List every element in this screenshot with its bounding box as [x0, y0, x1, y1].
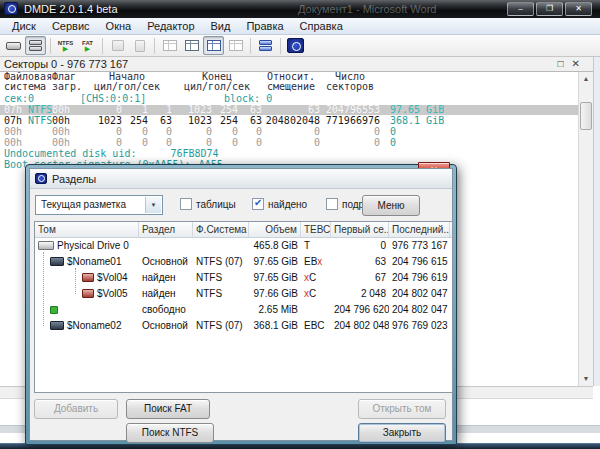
scroll-up-icon[interactable]: ▲: [579, 72, 593, 86]
sector-table-header-1: Файловая Флаг Начало Конец Относит. Числ…: [0, 72, 578, 82]
column-first-sector[interactable]: Первый се...: [331, 222, 389, 237]
select-drive-button[interactable]: [25, 36, 46, 55]
add-button[interactable]: Добавить: [34, 399, 118, 419]
column-tebc[interactable]: ТЕВС: [301, 222, 331, 237]
close-button[interactable]: ✕: [565, 2, 592, 16]
search-ntfs-button[interactable]: NTFS▶: [55, 36, 76, 55]
partition-row[interactable]: $Noname02 Основной NTFS (07) 368.1 GiB E…: [35, 318, 452, 334]
partitions-dialog: ✕ Разделы Текущая разметка ▼ ✔ таблицы ✔…: [25, 164, 457, 445]
free-space-row[interactable]: свободно 2.65 MiB 204 796 620 204 802 04…: [35, 302, 452, 318]
edit-table-icon: [229, 40, 243, 51]
search-fat-button[interactable]: FAT▶: [77, 36, 98, 55]
maximize-button[interactable]: ❐: [536, 2, 563, 16]
panel-close-button[interactable]: ✕: [572, 58, 580, 69]
layout-dropdown[interactable]: Текущая разметка ▼: [35, 195, 163, 215]
found-checkbox-group: ✔ найдено: [252, 198, 307, 210]
fat-search-icon: FAT▶: [82, 40, 93, 51]
found-checkbox[interactable]: ✔: [252, 198, 264, 210]
menu-edit[interactable]: Правка: [238, 19, 291, 33]
dmde-dialog-icon: [35, 173, 47, 184]
mbr-entry-row[interactable]: 07h NTFS 00h 102325463 102325463 2048020…: [0, 116, 578, 126]
volume-row[interactable]: $Vol04 найден NTFS 97.65 GiB xC 67 204 7…: [35, 270, 452, 286]
edit-view-button[interactable]: [225, 36, 246, 55]
ntfs-search-icon: NTFS▶: [58, 40, 74, 51]
window-right-edge: [593, 57, 600, 386]
menu-editor[interactable]: Редактор: [139, 19, 202, 33]
partitions-table-icon: [163, 40, 177, 51]
recover-button[interactable]: [129, 36, 150, 55]
hard-drive-icon: [38, 241, 54, 250]
sector-table-header-2: система загр. цил/гол/сек цил/гол/сек см…: [0, 82, 578, 92]
found-volume-icon: [82, 273, 94, 282]
toolbar-separator: [154, 38, 155, 54]
dialog-title: Разделы: [52, 173, 96, 185]
recover-icon: [135, 40, 145, 52]
partition-icon: [50, 321, 64, 330]
menubar: Диск Сервис Окна Редактор Вид Правка Спр…: [0, 18, 600, 35]
blue-drives-icon: [259, 39, 272, 52]
column-size[interactable]: Объем: [249, 222, 301, 237]
dialog-titlebar: Разделы: [30, 169, 452, 189]
menu-button[interactable]: Меню: [362, 195, 420, 216]
volumes-table: Том Раздел Ф.Система Объем ТЕВС Первый с…: [34, 221, 453, 393]
open-disk-button[interactable]: [3, 36, 24, 55]
open-volume-icon: [112, 40, 124, 51]
close-dialog-button[interactable]: Закрыть: [358, 423, 446, 443]
sectors-grid-icon: [207, 40, 221, 51]
sectors-view-button[interactable]: [203, 36, 224, 55]
toolbar-separator: [50, 38, 51, 54]
tables-checkbox[interactable]: ✔: [180, 198, 192, 210]
about-dmde-button[interactable]: [285, 36, 306, 55]
minimize-button[interactable]: –: [507, 2, 534, 16]
mbr-entry-row[interactable]: 00h 00h 000 000 0 0 0: [0, 138, 578, 148]
volume-row[interactable]: $Vol05 найден NTFS 97.66 GiB xC 2 048 20…: [35, 286, 452, 302]
search-ntfs-button[interactable]: Поиск NTFS: [126, 423, 214, 443]
disk-icon: [6, 42, 21, 50]
partitions-view-button[interactable]: [159, 36, 180, 55]
titlebar: DMDE 2.0.1.4 beta Документ1 - Microsoft …: [0, 0, 600, 18]
mbr-entry-row[interactable]: 07h NTFS 80h 011 102325463 63 204796553 …: [0, 105, 578, 115]
files-view-button[interactable]: [181, 36, 202, 55]
column-partition[interactable]: Раздел: [139, 222, 193, 237]
screen: DMDE 2.0.1.4 beta Документ1 - Microsoft …: [0, 0, 600, 449]
menu-disk[interactable]: Диск: [4, 19, 44, 33]
menu-view[interactable]: Вид: [203, 19, 239, 33]
menu-help[interactable]: Справка: [292, 19, 351, 33]
search-fat-button[interactable]: Поиск FAT: [126, 399, 210, 419]
dmde-logo-icon: [287, 38, 304, 53]
menu-windows[interactable]: Окна: [98, 19, 140, 33]
partition-row[interactable]: $Noname01 Основной NTFS (07) 97.65 GiB E…: [35, 254, 452, 270]
toolbar: NTFS▶ FAT▶: [0, 35, 600, 57]
column-filesystem[interactable]: Ф.Система: [193, 222, 249, 237]
dmde-app-icon: [4, 2, 18, 15]
partition-icon: [50, 257, 64, 266]
window-controls: – ❐ ✕: [507, 2, 592, 16]
sector-panel-caption: Секторы 0 - 976 773 167: [0, 57, 600, 72]
menu-service[interactable]: Сервис: [44, 19, 98, 33]
tables-checkbox-group: ✔ таблицы: [180, 198, 236, 210]
open-volume-button[interactable]: Открыть том: [358, 399, 446, 419]
mbr-entry-row[interactable]: 00h 00h 000 000 0 0 0: [0, 127, 578, 137]
disks-manager-button[interactable]: [255, 36, 276, 55]
scroll-down-icon[interactable]: ▼: [579, 372, 593, 386]
sector-position-row: сек:0 [CHS:0:0:1] block: 0: [0, 94, 578, 105]
scrollbar-thumb[interactable]: [580, 102, 592, 130]
toolbar-separator: [280, 38, 281, 54]
open-volume-button[interactable]: [107, 36, 128, 55]
column-volume[interactable]: Том: [35, 222, 139, 237]
panel-maximize-button[interactable]: □: [558, 58, 564, 69]
window-title: DMDE 2.0.1.4 beta: [24, 3, 118, 15]
toolbar-separator: [250, 38, 251, 54]
free-space-icon: [50, 306, 58, 314]
found-volume-icon: [82, 289, 94, 298]
dropdown-arrow-icon[interactable]: ▼: [145, 197, 161, 213]
physical-drive-row[interactable]: Physical Drive 0 465.8 GiB T 0 976 773 1…: [35, 238, 452, 254]
volumes-table-header: Том Раздел Ф.Система Объем ТЕВС Первый с…: [35, 222, 452, 238]
vertical-scrollbar[interactable]: ▲ ▼: [578, 72, 593, 386]
detailed-checkbox[interactable]: ✔: [326, 198, 338, 210]
column-last-sector[interactable]: Последний...: [389, 222, 450, 237]
panel-controls: □ ✕: [558, 58, 580, 69]
drives-icon: [29, 39, 42, 52]
background-word-window-title: Документ1 - Microsoft Word: [298, 3, 436, 15]
checkmark-icon: ✔: [254, 197, 262, 208]
